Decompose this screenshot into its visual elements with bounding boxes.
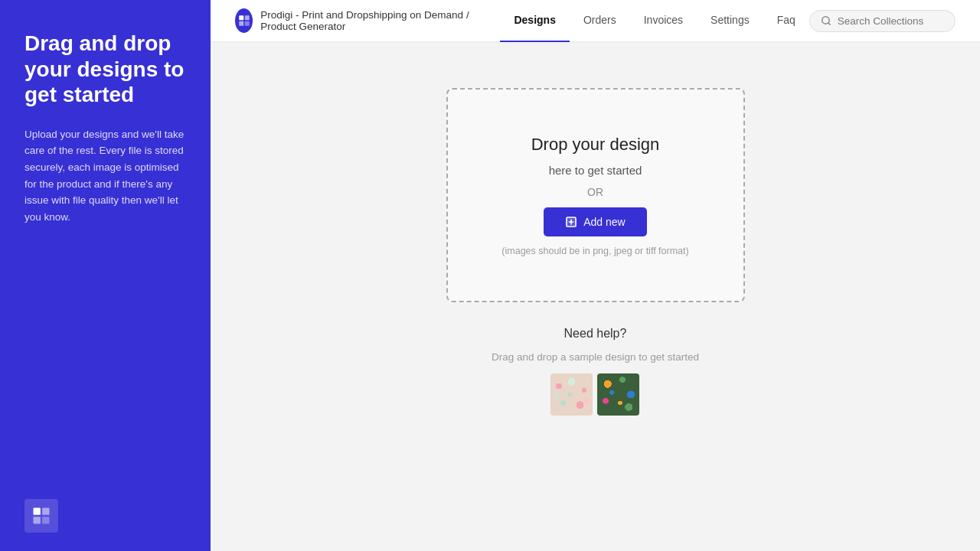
drop-zone-hint: (images should be in png, jpeg or tiff f… (501, 246, 688, 256)
svg-line-9 (828, 23, 831, 25)
drop-zone[interactable]: Drop your design here to get started OR … (446, 88, 745, 302)
nav-item-invoices[interactable]: Invoices (630, 0, 697, 42)
drop-zone-title: Drop your design (531, 135, 660, 155)
sidebar-body: Upload your designs and we'll take care … (24, 126, 186, 226)
topbar-brand: Prodigi - Print and Dropshipping on Dema… (235, 8, 475, 33)
sidebar: Drag and drop your designs to get starte… (0, 0, 211, 551)
nav-item-designs[interactable]: Designs (500, 0, 569, 42)
help-section: Need help? Drag and drop a sample design… (492, 327, 699, 416)
add-new-button[interactable]: Add new (544, 207, 646, 236)
content-area: Drop your design here to get started OR … (211, 42, 980, 551)
svg-rect-3 (42, 517, 49, 523)
svg-rect-4 (239, 15, 243, 20)
logo-icon (31, 505, 52, 527)
nav-item-settings[interactable]: Settings (697, 0, 763, 42)
svg-rect-1 (42, 508, 49, 515)
sidebar-heading: Drag and drop your designs to get starte… (24, 31, 186, 108)
main-nav: Designs Orders Invoices Settings Faq (500, 0, 808, 42)
sidebar-logo (24, 499, 58, 533)
brand-icon (235, 8, 253, 33)
drop-zone-subtitle: here to get started (549, 164, 642, 177)
main-panel: Prodigi - Print and Dropshipping on Dema… (211, 0, 980, 551)
search-input[interactable] (838, 15, 944, 27)
nav-item-faq[interactable]: Faq (763, 0, 809, 42)
brand-logo-icon (237, 14, 251, 28)
help-subtitle: Drag and drop a sample design to get sta… (492, 351, 699, 363)
help-title: Need help? (564, 327, 627, 341)
add-new-label: Add new (583, 216, 625, 228)
sample-image-1[interactable] (550, 373, 593, 416)
svg-rect-0 (34, 508, 41, 515)
search-box (809, 10, 956, 32)
svg-rect-7 (244, 21, 249, 26)
search-icon (821, 15, 831, 26)
svg-rect-6 (239, 21, 243, 26)
add-icon (565, 216, 577, 228)
sidebar-logo-bottom (0, 481, 211, 551)
drop-zone-or: OR (587, 186, 603, 198)
topbar-title: Prodigi - Print and Dropshipping on Dema… (260, 9, 475, 32)
sample-images (550, 373, 639, 416)
topbar: Prodigi - Print and Dropshipping on Dema… (211, 0, 980, 42)
svg-rect-5 (244, 15, 249, 20)
nav-item-orders[interactable]: Orders (570, 0, 630, 42)
sample-image-2[interactable] (597, 373, 639, 416)
svg-rect-2 (34, 517, 41, 523)
